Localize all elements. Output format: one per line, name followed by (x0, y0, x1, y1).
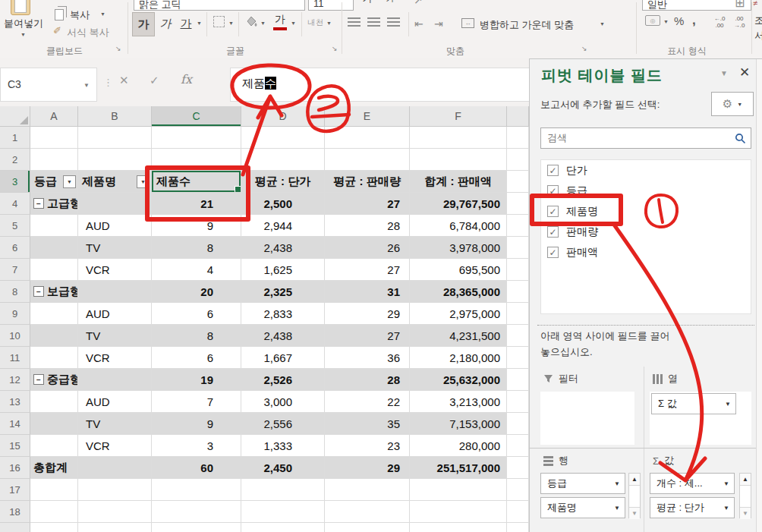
row-header-11[interactable]: 11 (0, 347, 30, 369)
cell-A7[interactable] (30, 259, 78, 281)
row-header-3[interactable]: 3 (0, 171, 30, 193)
grow-font-button[interactable]: 가 (358, 0, 376, 8)
cell-D14[interactable]: 2,556 (241, 413, 325, 435)
cell-B8[interactable] (78, 281, 152, 303)
cell-C11[interactable]: 6 (152, 347, 241, 369)
formula-bar-resize-handle[interactable]: ⋮ (103, 77, 113, 88)
cell-empty[interactable] (78, 523, 152, 532)
cell-C8[interactable]: 20 (152, 281, 241, 303)
row-header-16[interactable]: 16 (0, 457, 30, 479)
cell-E6[interactable]: 26 (325, 237, 410, 259)
row-header-1[interactable]: 1 (0, 127, 30, 149)
column-header-E[interactable]: E (325, 106, 410, 127)
cell-F4[interactable]: 29,767,500 (410, 193, 507, 215)
cell-G4[interactable] (507, 193, 529, 215)
cell-C15[interactable]: 3 (152, 435, 241, 457)
cell-D7[interactable]: 1,625 (241, 259, 325, 281)
paste-dropdown-icon[interactable]: ▼ (20, 32, 26, 37)
row-header-5[interactable]: 5 (0, 215, 30, 237)
cell-G16[interactable] (507, 457, 529, 479)
cell-B12[interactable] (78, 369, 152, 391)
cell-F15[interactable]: 280,000 (410, 435, 507, 457)
cell-A5[interactable] (30, 215, 78, 237)
name-box-dropdown-icon[interactable]: ▼ (83, 82, 90, 89)
italic-button[interactable]: 가 (156, 12, 175, 35)
cell-A2[interactable] (30, 149, 78, 171)
align-left-icon[interactable] (348, 17, 361, 27)
cell-A4[interactable]: −고급형 (30, 193, 78, 215)
cell-F3[interactable]: 합계 : 판매액 (410, 171, 507, 193)
cell-D9[interactable]: 2,833 (241, 303, 325, 325)
cell-B13[interactable]: AUD (78, 391, 152, 413)
values-field-평균 : 단가[interactable]: 평균 : 단가▼ (650, 497, 735, 518)
comma-style-button[interactable]: , (692, 13, 696, 28)
panel-options-icon[interactable]: ▼ (720, 69, 728, 77)
decrease-decimal-button[interactable]: .00→.0 (730, 15, 748, 29)
collapse-button[interactable]: − (33, 374, 44, 385)
cell-D8[interactable]: 2,325 (241, 281, 325, 303)
cell-A6[interactable] (30, 237, 78, 259)
cell-F6[interactable]: 3,978,000 (410, 237, 507, 259)
search-box[interactable] (540, 127, 751, 149)
cell-C13[interactable]: 7 (152, 391, 241, 413)
cell-G1[interactable] (507, 127, 529, 149)
cell-B3[interactable]: 제품명▼ (78, 171, 152, 193)
checkbox-checked-icon[interactable]: ✓ (547, 165, 559, 176)
field-item-판매량[interactable]: ✓판매량 (541, 222, 751, 242)
cell-D6[interactable]: 2,438 (241, 237, 325, 259)
fill-color-icon[interactable] (244, 14, 258, 28)
collapse-button[interactable]: − (33, 198, 44, 209)
row-header-17[interactable]: 17 (0, 479, 30, 501)
cell-F11[interactable]: 2,180,000 (410, 347, 507, 369)
cell-E2[interactable] (325, 149, 410, 171)
cell-A3[interactable]: 등급▼ (30, 171, 78, 193)
tools-button[interactable]: ⚙ ▼ (711, 92, 754, 116)
cell-F10[interactable]: 4,231,500 (410, 325, 507, 347)
row-header-7[interactable]: 7 (0, 259, 30, 281)
cell-G11[interactable] (507, 347, 529, 369)
borders-dropdown-icon[interactable]: ▼ (228, 20, 234, 26)
cell-C16[interactable]: 60 (152, 457, 241, 479)
cell-G10[interactable] (507, 325, 529, 347)
cell-A15[interactable] (30, 435, 78, 457)
scroll-down-icon[interactable]: ▼ (740, 507, 751, 519)
cell-C17[interactable] (152, 479, 241, 501)
name-box[interactable]: C3 ▼ (0, 68, 97, 102)
cell-B1[interactable] (78, 127, 152, 149)
rows-field-제품명[interactable]: 제품명▼ (540, 497, 625, 518)
cell-A12[interactable]: −중급형 (30, 369, 78, 391)
cell-D18[interactable] (241, 501, 325, 523)
rows-area-scrollbar[interactable]: ▲▼ (628, 473, 641, 518)
panel-close-icon[interactable]: ✕ (739, 65, 750, 80)
cell-C18[interactable] (152, 501, 241, 523)
row-header-4[interactable]: 4 (0, 193, 30, 215)
cell-B18[interactable] (78, 501, 152, 523)
columns-drop-area[interactable]: Σ 값▼ (650, 392, 751, 445)
cell-G12[interactable] (507, 369, 529, 391)
cell-F5[interactable]: 6,784,000 (410, 215, 507, 237)
cell-G18[interactable] (507, 501, 529, 523)
cell-G15[interactable] (507, 435, 529, 457)
cell-empty[interactable] (241, 523, 325, 532)
enter-icon[interactable]: ✓ (150, 74, 159, 87)
cell-B10[interactable]: TV (78, 325, 152, 347)
cell-empty[interactable] (325, 523, 410, 532)
scroll-down-icon[interactable]: ▼ (629, 507, 640, 519)
cell-E1[interactable] (325, 127, 410, 149)
align-center-icon[interactable] (367, 17, 380, 27)
cell-F9[interactable]: 2,975,000 (410, 303, 507, 325)
scroll-up-icon[interactable]: ▲ (740, 474, 751, 486)
cell-D2[interactable] (241, 149, 325, 171)
row-header-13[interactable]: 13 (0, 391, 30, 413)
checkbox-checked-icon[interactable]: ✓ (547, 185, 559, 197)
row-header-19[interactable] (0, 523, 30, 532)
cell-D11[interactable]: 1,667 (241, 347, 325, 369)
row-header-10[interactable]: 10 (0, 325, 30, 347)
percent-style-button[interactable]: % (674, 14, 684, 27)
cell-A10[interactable] (30, 325, 78, 347)
search-input[interactable] (546, 131, 723, 144)
cell-empty[interactable] (507, 523, 529, 532)
align-right-icon[interactable] (387, 17, 400, 27)
cell-D12[interactable]: 2,526 (241, 369, 325, 391)
row-header-14[interactable]: 14 (0, 413, 30, 435)
